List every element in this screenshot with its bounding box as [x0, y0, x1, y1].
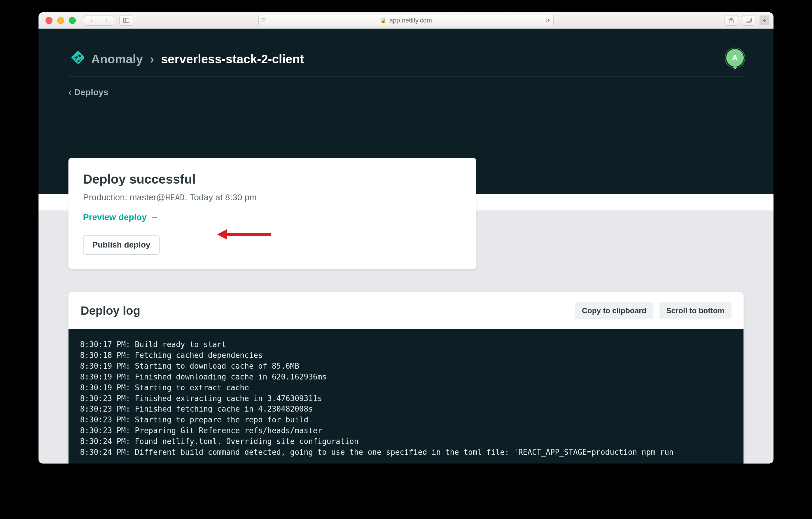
maximize-window-button[interactable] — [69, 17, 76, 24]
sidebar-toggle-button[interactable] — [119, 15, 133, 26]
sidebar-icon — [123, 18, 129, 23]
share-button[interactable] — [725, 15, 738, 26]
nav-group: ‹ › — [84, 15, 114, 26]
svg-point-10 — [72, 61, 74, 63]
tabs-button[interactable] — [742, 15, 755, 26]
back-to-deploys-link[interactable]: ‹ Deploys — [68, 87, 744, 97]
arrow-left-icon — [217, 229, 227, 240]
share-icon — [729, 18, 734, 23]
window-controls — [46, 17, 76, 24]
deploy-time: Today at 8:30 pm — [190, 192, 257, 202]
deploy-subtitle: Production: master@HEAD. Today at 8:30 p… — [83, 192, 462, 202]
deploy-log-header: Deploy log Copy to clipboard Scroll to b… — [68, 292, 744, 329]
svg-point-13 — [77, 60, 79, 62]
plus-icon: + — [762, 16, 766, 25]
forward-button[interactable]: › — [99, 15, 114, 26]
deploy-summary-card: Deploy successful Production: master@HEA… — [68, 158, 476, 269]
deploy-log-card: Deploy log Copy to clipboard Scroll to b… — [68, 292, 744, 464]
chevron-left-icon: ‹ — [90, 17, 92, 24]
reader-mode-icon[interactable]: ☰ — [261, 17, 266, 24]
arrow-right-icon: → — [150, 212, 159, 222]
svg-rect-0 — [124, 18, 129, 23]
tabs-icon — [746, 18, 752, 23]
svg-point-11 — [76, 56, 77, 58]
address-bar[interactable]: ☰ 🔒 app.netlify.com ⟳ — [258, 15, 554, 26]
preview-deploy-label: Preview deploy — [83, 212, 147, 222]
svg-point-12 — [79, 55, 81, 57]
deploy-log-title: Deploy log — [81, 304, 140, 317]
breadcrumb-org[interactable]: Anomaly — [91, 52, 143, 66]
breadcrumb-separator: › — [150, 52, 154, 66]
browser-window: ‹ › ☰ 🔒 app.netlify.com ⟳ — [38, 12, 774, 464]
toolbar-right: + — [725, 15, 770, 26]
minimize-window-button[interactable] — [57, 17, 64, 24]
titlebar: ‹ › ☰ 🔒 app.netlify.com ⟳ — [38, 12, 774, 29]
netlify-logo-icon[interactable] — [68, 51, 84, 67]
publish-deploy-label: Publish deploy — [92, 240, 150, 249]
annotation-arrow — [217, 229, 271, 240]
svg-rect-4 — [746, 19, 750, 23]
publish-deploy-button[interactable]: Publish deploy — [83, 235, 160, 255]
content-area: Deploy successful Production: master@HEA… — [38, 211, 774, 464]
deploy-log-output[interactable]: 8:30:17 PM: Build ready to start 8:30:18… — [68, 329, 744, 464]
reload-icon[interactable]: ⟳ — [545, 17, 550, 24]
new-tab-button[interactable]: + — [759, 16, 770, 25]
back-button[interactable]: ‹ — [84, 15, 99, 26]
breadcrumb: Anomaly › serverless-stack-2-client A — [68, 51, 744, 77]
deploy-summary-row: Deploy successful Production: master@HEA… — [68, 158, 744, 269]
svg-rect-5 — [747, 18, 751, 22]
lock-icon: 🔒 — [380, 17, 386, 24]
env-label[interactable]: Production — [83, 192, 125, 202]
page: Anomaly › serverless-stack-2-client A ‹ … — [38, 29, 774, 464]
chevron-right-icon: › — [105, 17, 107, 24]
deploy-status-title: Deploy successful — [83, 172, 462, 187]
back-link-label: Deploys — [75, 87, 109, 97]
chevron-left-icon: ‹ — [68, 87, 71, 97]
copy-to-clipboard-button[interactable]: Copy to clipboard — [575, 302, 653, 319]
branch-name: master — [130, 192, 156, 202]
breadcrumb-project[interactable]: serverless-stack-2-client — [161, 52, 304, 66]
scroll-to-bottom-button[interactable]: Scroll to bottom — [659, 302, 731, 319]
preview-deploy-link[interactable]: Preview deploy → — [83, 212, 462, 222]
avatar-initial: A — [732, 53, 737, 62]
close-window-button[interactable] — [46, 17, 53, 24]
user-avatar[interactable]: A — [726, 49, 744, 66]
git-ref[interactable]: HEAD — [165, 193, 185, 202]
url-host: app.netlify.com — [389, 17, 432, 24]
